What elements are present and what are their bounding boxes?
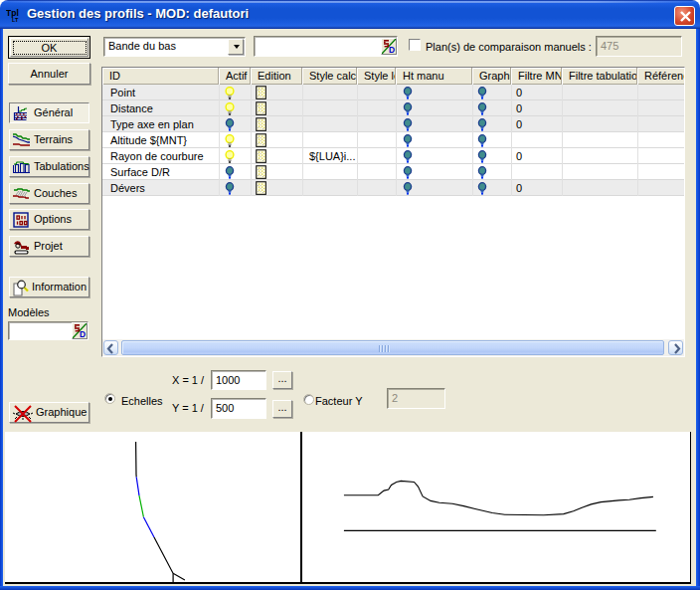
- svg-text:D: D: [80, 329, 86, 338]
- svg-text:D: D: [389, 45, 395, 54]
- svg-text:LT: LT: [12, 17, 19, 23]
